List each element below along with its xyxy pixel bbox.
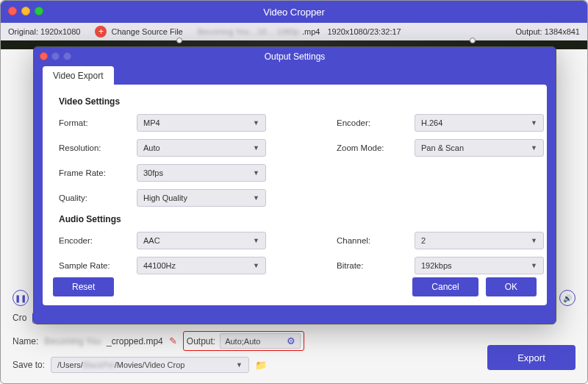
quality-value: High Quality xyxy=(143,193,187,202)
reset-button[interactable]: Reset xyxy=(53,277,114,296)
change-source-button[interactable]: + Change Source File xyxy=(87,26,190,38)
tab-video-export[interactable]: Video Export xyxy=(43,66,114,85)
chevron-down-icon: ▼ xyxy=(253,194,259,202)
dialog-maximize-icon xyxy=(63,52,71,60)
minimize-icon[interactable] xyxy=(21,7,30,15)
original-dimensions: Original: 1920x1080 xyxy=(1,27,87,36)
chevron-down-icon: ▼ xyxy=(253,144,259,152)
volume-button[interactable]: 🔊 xyxy=(559,290,576,306)
dialog-button-row: Reset Cancel OK xyxy=(53,277,537,296)
zoom-label: Zoom Mode: xyxy=(337,143,401,152)
dialog-body: Video Settings Format: MP4▼ Encoder: H.2… xyxy=(43,85,547,305)
dialog-minimize-icon xyxy=(51,52,60,60)
channel-value: 2 xyxy=(421,236,426,245)
source-metadata: 1920x1080/23:32:17 xyxy=(320,27,408,36)
dialog-tabs: Video Export xyxy=(34,66,556,85)
audio-encoder-select[interactable]: AAC▼ xyxy=(137,232,266,249)
framerate-label: Frame Rate: xyxy=(59,168,123,177)
format-select[interactable]: MP4▼ xyxy=(137,114,266,132)
open-folder-icon[interactable]: 📁 xyxy=(255,360,267,371)
output-dimensions: Output: 1384x841 xyxy=(509,27,587,36)
crop-label: Cro xyxy=(12,313,26,323)
trim-handle-right[interactable] xyxy=(470,38,476,43)
ok-button[interactable]: OK xyxy=(486,277,537,296)
cancel-button[interactable]: Cancel xyxy=(412,277,478,296)
output-format-value: Auto;Auto xyxy=(225,337,260,346)
format-value: MP4 xyxy=(143,118,160,127)
source-info-bar: Original: 1920x1080 + Change Source File… xyxy=(1,23,587,40)
save-path-prefix: /Users/ xyxy=(57,360,83,369)
resolution-select[interactable]: Auto▼ xyxy=(137,139,266,157)
audio-settings-grid: Encoder: AAC▼ Channel: 2▼ Sample Rate: 4… xyxy=(59,232,531,274)
close-icon[interactable] xyxy=(8,7,17,15)
audio-encoder-label: Encoder: xyxy=(59,236,123,245)
chevron-down-icon: ▼ xyxy=(531,237,537,244)
chevron-down-icon: ▼ xyxy=(253,262,259,269)
video-settings-heading: Video Settings xyxy=(59,96,531,107)
samplerate-label: Sample Rate: xyxy=(59,261,123,270)
gear-icon[interactable]: ⚙ xyxy=(287,335,295,346)
window-title: Video Cropper xyxy=(263,7,325,18)
bitrate-label: Bitrate: xyxy=(337,261,401,270)
zoom-select[interactable]: Pan & Scan▼ xyxy=(415,139,544,157)
samplerate-value: 44100Hz xyxy=(143,261,176,270)
quality-select[interactable]: High Quality▼ xyxy=(137,189,266,207)
main-window: Video Cropper Original: 1920x1080 + Chan… xyxy=(0,0,588,384)
plus-icon: + xyxy=(95,26,107,38)
pause-button[interactable]: ❚❚ xyxy=(12,290,29,306)
encoder-label: Encoder: xyxy=(337,118,401,127)
encoder-select[interactable]: H.264▼ xyxy=(415,114,544,132)
save-to-label: Save to: xyxy=(12,360,45,370)
samplerate-select[interactable]: 44100Hz▼ xyxy=(137,257,266,274)
window-controls xyxy=(8,7,43,15)
quality-label: Quality: xyxy=(59,193,123,202)
chevron-down-icon: ▼ xyxy=(531,262,537,269)
change-source-label: Change Source File xyxy=(111,27,182,36)
main-titlebar: Video Cropper xyxy=(1,1,587,23)
source-filename-blurred: Becoming You…18… 1080p xyxy=(190,27,306,36)
trim-handle-left[interactable] xyxy=(176,38,182,43)
dialog-window-controls xyxy=(40,52,71,60)
dialog-title: Output Settings xyxy=(265,51,326,62)
encoder-value: H.264 xyxy=(421,118,442,127)
format-label: Format: xyxy=(59,118,123,127)
dialog-titlebar: Output Settings xyxy=(34,47,556,66)
save-path-blurred: BlackPel xyxy=(83,360,115,369)
audio-settings-heading: Audio Settings xyxy=(59,214,531,224)
output-format-field[interactable]: Auto;Auto ⚙ xyxy=(220,333,301,349)
framerate-select[interactable]: 30fps▼ xyxy=(137,164,266,182)
save-path-suffix: /Movies/Video Crop xyxy=(115,360,185,369)
bitrate-value: 192kbps xyxy=(421,261,452,270)
chevron-down-icon: ▼ xyxy=(253,119,259,127)
name-value-blurred: Becoming You xyxy=(44,336,101,346)
output-format-highlight: Output: Auto;Auto ⚙ xyxy=(183,331,304,351)
save-path-select[interactable]: /Users/ BlackPel /Movies/Video Crop ▼ xyxy=(51,357,249,373)
zoom-value: Pan & Scan xyxy=(421,143,464,152)
chevron-down-icon: ▼ xyxy=(236,361,243,369)
name-value-suffix: _cropped.mp4 xyxy=(107,336,163,346)
name-label: Name: xyxy=(12,336,38,346)
chevron-down-icon: ▼ xyxy=(531,119,537,127)
output-settings-dialog: Output Settings Video Export Video Setti… xyxy=(33,46,556,324)
resolution-label: Resolution: xyxy=(59,143,123,152)
export-button[interactable]: Export xyxy=(487,345,576,370)
channel-select[interactable]: 2▼ xyxy=(415,232,544,249)
channel-label: Channel: xyxy=(337,236,401,245)
chevron-down-icon: ▼ xyxy=(253,237,259,244)
resolution-value: Auto xyxy=(143,143,160,152)
framerate-value: 30fps xyxy=(143,168,163,177)
dialog-close-icon[interactable] xyxy=(40,52,48,60)
chevron-down-icon: ▼ xyxy=(253,169,259,177)
edit-name-icon[interactable]: ✎ xyxy=(169,335,177,346)
audio-encoder-value: AAC xyxy=(143,236,160,245)
maximize-icon[interactable] xyxy=(35,7,43,15)
video-settings-grid: Format: MP4▼ Encoder: H.264▼ Resolution:… xyxy=(59,114,531,207)
bitrate-select[interactable]: 192kbps▼ xyxy=(415,257,544,274)
chevron-down-icon: ▼ xyxy=(531,144,537,152)
output-format-label: Output: xyxy=(187,336,215,346)
